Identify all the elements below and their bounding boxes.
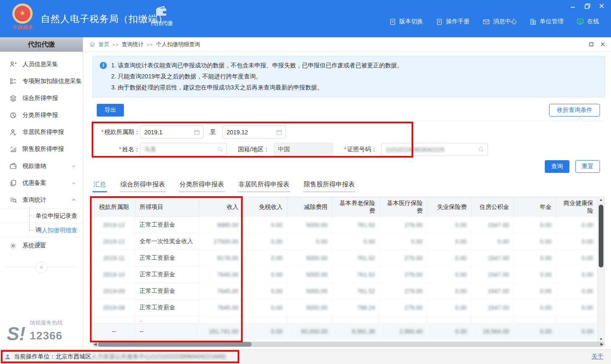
table-row: 2019-11正常工资薪金9178.000.005000.00761.52279… — [93, 250, 598, 267]
id-label: *证照号码： — [344, 146, 377, 153]
window-minimize-icon[interactable] — [569, 3, 576, 9]
app-window: ★ 中国税务 自然人电子税务局（扣缴端） 代扣代缴 版本切换 操作手册 — [0, 0, 611, 364]
scroll-down-icon[interactable]: ▼ — [598, 337, 604, 341]
menu-label: 单位管理 — [540, 18, 563, 25]
panel-maximize-icon[interactable] — [589, 42, 594, 47]
tab-comprehensive-income[interactable]: 综合所得申报表 — [120, 179, 166, 192]
module-tab-withholding[interactable]: 代扣代缴 — [147, 6, 177, 27]
sidebar-item-classified-income[interactable]: 分类所得申报 — [0, 107, 83, 124]
sidebar-item-nonresident-income[interactable]: 非居民所得申报 — [0, 124, 83, 141]
window-restore-icon[interactable] — [584, 3, 591, 9]
tab-classified-income[interactable]: 分类所得申报表 — [179, 179, 225, 192]
table-cell: 60,000.00 — [287, 323, 332, 339]
table-row: 2019-09正常工资薪金7645.000.005000.00761.52279… — [93, 283, 598, 300]
required-mark: * — [101, 128, 104, 135]
sidebar-subitem-unit-declaration-query[interactable]: 单位申报记录查询 — [0, 208, 83, 223]
table-cell: 0.00 — [556, 300, 598, 316]
table-cell: 0.00 — [243, 323, 287, 339]
menu-message-center[interactable]: 消息中心 — [482, 18, 517, 25]
calendar-icon[interactable] — [193, 129, 200, 136]
menu-label: 版本切换 — [399, 18, 423, 25]
table-cell: 0.00 — [556, 217, 598, 233]
table-cell: 1547.00 — [471, 283, 514, 300]
sidebar-item-query-statistics[interactable]: 查询统计 — [0, 192, 83, 208]
table-cell: 761.52 — [332, 217, 380, 233]
search-icon[interactable] — [217, 146, 224, 153]
chevron-down-icon — [71, 163, 77, 169]
table-cell: 1547.00 — [471, 300, 514, 316]
table-cell: 5000.00 — [287, 267, 332, 283]
table-cell: 1547.00 — [471, 267, 514, 283]
menu-version-switch[interactable]: 版本切换 — [389, 18, 423, 25]
table-cell: 2019-11 — [93, 250, 135, 267]
query-button[interactable]: 查询 — [545, 160, 569, 173]
sidebar-item-personnel-info[interactable]: 人员信息采集 — [0, 56, 83, 73]
table-ellipsis-row: .. — [93, 316, 598, 323]
table-cell: 全年一次性奖金收入 — [135, 233, 199, 250]
form-actions: 查询 重置 — [83, 160, 600, 173]
id-value-redacted: 110102199903042225 — [385, 146, 444, 153]
horizontal-scrollbar-thumb[interactable] — [98, 342, 252, 347]
table-zone: 税款所属期所得项目收入免税收入减除费用基本养老保险费基本医疗保险费失业保险费住房… — [92, 197, 605, 339]
table-row: 2019-08正常工资薪金7645.000.005000.00798.24279… — [93, 300, 598, 316]
sidebar-item-comprehensive-income[interactable]: 综合所得申报 — [0, 90, 83, 107]
sidebar-item-tax-payment[interactable]: 税款缴纳 — [0, 158, 83, 175]
tab-restricted-shares[interactable]: 限售股所得申报表 — [303, 179, 356, 192]
column-header: 年金 — [514, 197, 556, 217]
calendar-icon[interactable] — [276, 129, 283, 136]
required-mark: * — [119, 146, 121, 153]
tree-twig — [29, 230, 34, 231]
table-cell: 0.00 — [332, 233, 380, 250]
vertical-scrollbar[interactable]: ▲ ▼ — [597, 197, 605, 342]
period-to-input[interactable]: 2019.12 — [222, 125, 286, 139]
id-number-input[interactable]: 110102199903042225 — [381, 143, 488, 156]
table-cell — [93, 316, 135, 323]
table-cell: 279.00 — [380, 300, 427, 316]
collapse-query-button[interactable]: 收折查询条件 — [549, 104, 600, 117]
window-close-icon[interactable] — [598, 3, 605, 9]
table-cell: -- — [135, 323, 199, 339]
scroll-right-icon[interactable]: ▶ — [600, 342, 603, 347]
about-link[interactable]: 关于 — [591, 353, 603, 361]
sidebar-item-label: 系统设置 — [22, 242, 46, 250]
sidebar-item-preferential-filing[interactable]: 优惠备案 — [0, 175, 83, 192]
name-input[interactable]: 马某 — [140, 143, 227, 156]
horizontal-scrollbar[interactable]: ◀ ▶ — [92, 342, 605, 347]
table-cell — [199, 316, 243, 323]
vertical-scrollbar-thumb[interactable] — [599, 205, 603, 267]
top-header: ★ 中国税务 自然人电子税务局（扣缴端） 代扣代缴 版本切换 操作手册 — [0, 0, 611, 37]
scroll-left-icon[interactable]: ◀ — [94, 342, 97, 347]
table-cell: 正常工资薪金 — [135, 267, 199, 283]
sidebar-collapse-button[interactable]: « — [36, 261, 48, 273]
user-icon — [4, 353, 11, 360]
period-from-input[interactable]: 2019.1 — [140, 125, 204, 139]
current-unit-location: 北京市西城区 — [56, 353, 91, 361]
document-icon — [389, 18, 396, 25]
tab-nonresident-income[interactable]: 非居民所得申报表 — [238, 179, 290, 192]
sidebar-item-restricted-shares[interactable]: 限售股所得申报 — [0, 141, 83, 158]
toolbar: 导出 收折查询条件 — [97, 103, 600, 117]
mail-icon — [482, 18, 490, 25]
menu-unit-management[interactable]: 单位管理 — [530, 18, 563, 25]
layers-icon — [9, 94, 17, 102]
table-cell: 761.52 — [332, 250, 380, 267]
query-statistics-submenu: 单位申报记录查询 个人扣缴明细查询 — [0, 208, 83, 237]
panel-close-icon[interactable] — [600, 42, 605, 47]
table-cell: 5000.00 — [287, 283, 332, 300]
search-icon[interactable] — [478, 146, 485, 153]
scroll-up-icon[interactable]: ▲ — [598, 198, 604, 202]
export-button[interactable]: 导出 — [97, 104, 124, 117]
sidebar-item-system-settings[interactable]: 系统设置 — [0, 237, 83, 254]
table-cell: 2019-12 — [93, 217, 135, 233]
table-cell: 0.00 — [514, 233, 556, 250]
menu-manual[interactable]: 操作手册 — [436, 18, 470, 25]
table-cell: 0.00 — [514, 217, 556, 233]
breadcrumb-home-link[interactable]: 首页 — [98, 41, 109, 48]
sidebar-subitem-personal-withholding-query[interactable]: 个人扣缴明细查询 — [0, 223, 83, 237]
table-cell: 0.00 — [427, 323, 471, 339]
reset-button[interactable]: 重置 — [575, 160, 600, 173]
tab-summary[interactable]: 汇总 — [92, 179, 107, 192]
menu-online-status[interactable]: 在线 — [576, 18, 599, 25]
summary-table-head-row: 税款所属期所得项目收入免税收入减除费用基本养老保险费基本医疗保险费失业保险费住房… — [93, 197, 598, 217]
sidebar-item-special-deduction[interactable]: 专项附加扣除信息采集 — [0, 73, 83, 90]
